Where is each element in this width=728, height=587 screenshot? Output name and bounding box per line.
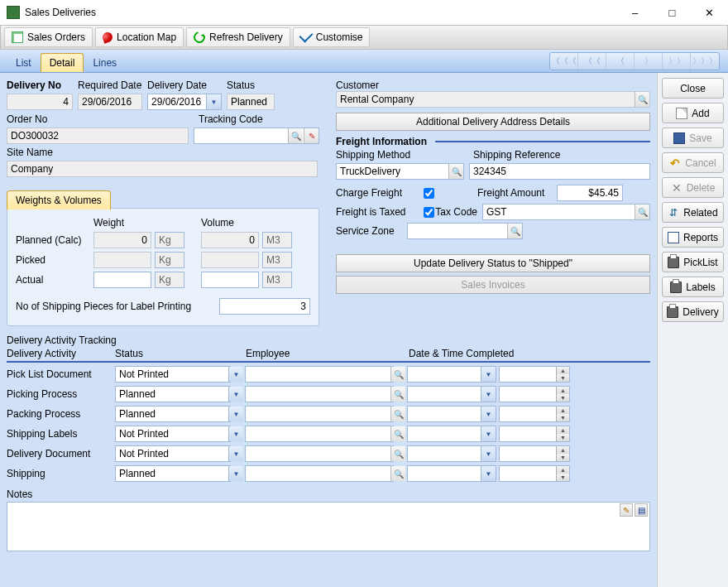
dat-time-spinner[interactable]: ▲▼ [499, 406, 570, 422]
close-button[interactable]: Close [662, 78, 724, 99]
dat-time-spinner[interactable]: ▲▼ [499, 386, 570, 402]
search-icon[interactable]: 🔍 [390, 426, 405, 441]
dat-employee-lookup[interactable]: 🔍 [245, 445, 406, 462]
delivery-button[interactable]: Delivery [662, 301, 724, 322]
dat-status-field[interactable] [115, 386, 231, 402]
spin-down-icon[interactable]: ▼ [556, 394, 569, 402]
customise-button[interactable]: Customise [293, 27, 371, 47]
tab-lines[interactable]: Lines [84, 53, 126, 72]
search-icon[interactable]: 🔍 [390, 466, 405, 481]
weights-volumes-tab[interactable]: Weights & Volumes [7, 190, 111, 210]
dat-employee-field[interactable] [245, 426, 394, 442]
dat-time-spinner[interactable]: ▲▼ [499, 366, 570, 383]
actual-volume-field[interactable] [201, 272, 259, 288]
dat-employee-field[interactable] [245, 366, 394, 383]
dropdown-icon[interactable]: ▼ [228, 407, 243, 421]
dropdown-icon[interactable]: ▼ [228, 446, 243, 461]
dat-date-combo[interactable]: ▼ [407, 406, 496, 422]
search-icon[interactable]: 🔍 [390, 387, 405, 402]
spin-down-icon[interactable]: ▼ [556, 374, 569, 382]
dat-status-combo[interactable]: ▼ [115, 366, 244, 383]
dropdown-icon[interactable]: ▼ [228, 387, 243, 402]
spin-down-icon[interactable]: ▼ [556, 474, 569, 481]
dropdown-icon[interactable]: ▼ [206, 94, 221, 109]
dat-status-field[interactable] [115, 366, 231, 383]
dat-status-field[interactable] [115, 465, 231, 482]
spin-up-icon[interactable]: ▲ [556, 446, 569, 454]
tracking-code-lookup[interactable]: 🔍 ✎ [194, 128, 319, 144]
dropdown-icon[interactable]: ▼ [481, 426, 496, 441]
dropdown-icon[interactable]: ▼ [481, 387, 496, 402]
tax-code-lookup[interactable]: 🔍 [482, 204, 650, 220]
actual-weight-field[interactable] [93, 272, 151, 288]
dropdown-icon[interactable]: ▼ [481, 367, 496, 382]
dat-status-combo[interactable]: ▼ [115, 426, 244, 442]
nav-prev-page[interactable]: 〈〈 [578, 53, 606, 70]
dat-status-combo[interactable]: ▼ [115, 445, 244, 462]
spin-up-icon[interactable]: ▲ [556, 466, 569, 474]
shipping-method-lookup[interactable]: 🔍 [336, 163, 464, 180]
update-status-shipped-button[interactable]: Update Delivery Status to "Shipped" [336, 254, 650, 272]
minimize-button[interactable]: – [616, 0, 654, 25]
dat-date-combo[interactable]: ▼ [407, 465, 496, 482]
search-icon[interactable]: 🔍 [635, 92, 649, 107]
customer-lookup[interactable]: 🔍 [336, 91, 650, 108]
dropdown-icon[interactable]: ▼ [228, 426, 243, 441]
dat-employee-lookup[interactable]: 🔍 [245, 366, 406, 383]
dropdown-icon[interactable]: ▼ [228, 367, 243, 382]
dat-status-combo[interactable]: ▼ [115, 406, 244, 422]
nav-next-page[interactable]: 〉〉 [663, 53, 691, 70]
dat-date-combo[interactable]: ▼ [407, 445, 496, 462]
dat-time-spinner[interactable]: ▲▼ [499, 465, 570, 482]
dat-employee-lookup[interactable]: 🔍 [245, 465, 406, 482]
reports-button[interactable]: Reports [662, 227, 724, 248]
dropdown-icon[interactable]: ▼ [228, 466, 243, 481]
shipping-pieces-field[interactable] [219, 298, 310, 315]
dat-employee-field[interactable] [245, 445, 394, 462]
maximize-button[interactable]: □ [654, 0, 691, 25]
search-icon[interactable]: 🔍 [390, 446, 405, 461]
delivery-date-combo[interactable]: ▼ [147, 94, 222, 110]
refresh-delivery-button[interactable]: Refresh Delivery [186, 27, 290, 47]
spin-down-icon[interactable]: ▼ [556, 434, 569, 441]
picklist-button[interactable]: PickList [662, 252, 724, 272]
freight-amount-field[interactable] [557, 185, 623, 201]
dat-date-combo[interactable]: ▼ [407, 386, 496, 402]
dat-employee-field[interactable] [245, 386, 394, 402]
close-window-button[interactable]: ✕ [691, 0, 728, 25]
document-icon[interactable]: ▤ [635, 503, 648, 517]
spin-down-icon[interactable]: ▼ [556, 454, 569, 461]
dat-employee-lookup[interactable]: 🔍 [245, 426, 406, 442]
spin-down-icon[interactable]: ▼ [556, 414, 569, 421]
dat-employee-lookup[interactable]: 🔍 [245, 406, 406, 422]
dat-date-combo[interactable]: ▼ [407, 426, 496, 442]
dropdown-icon[interactable]: ▼ [481, 446, 496, 461]
dat-status-combo[interactable]: ▼ [115, 386, 244, 402]
search-icon[interactable]: 🔍 [507, 224, 522, 238]
dat-time-spinner[interactable]: ▲▼ [499, 426, 570, 442]
shipping-method-field[interactable] [336, 163, 464, 180]
additional-address-button[interactable]: Additional Delivery Address Details [336, 113, 650, 131]
dat-status-field[interactable] [115, 406, 231, 422]
dat-employee-field[interactable] [245, 406, 394, 422]
dat-employee-lookup[interactable]: 🔍 [245, 386, 406, 402]
related-button[interactable]: ⇵Related [662, 202, 724, 223]
edit-icon[interactable]: ✎ [620, 503, 633, 517]
dat-status-field[interactable] [115, 445, 231, 462]
tax-code-field[interactable] [482, 204, 650, 220]
nav-last[interactable]: 〉〉〉 [691, 53, 719, 70]
sales-orders-button[interactable]: Sales Orders [4, 27, 93, 47]
spin-up-icon[interactable]: ▲ [556, 367, 569, 374]
spin-up-icon[interactable]: ▲ [556, 407, 569, 414]
dat-time-spinner[interactable]: ▲▼ [499, 445, 570, 462]
shipping-reference-field[interactable] [469, 163, 650, 180]
dropdown-icon[interactable]: ▼ [481, 407, 496, 421]
spin-up-icon[interactable]: ▲ [556, 387, 569, 394]
tab-list[interactable]: List [7, 53, 41, 72]
nav-first[interactable]: 〈〈〈 [550, 53, 578, 70]
search-icon[interactable]: 🔍 [390, 407, 405, 421]
spin-up-icon[interactable]: ▲ [556, 426, 569, 434]
search-icon[interactable]: 🔍 [448, 164, 463, 179]
search-icon[interactable]: 🔍 [635, 204, 649, 219]
add-button[interactable]: Add [662, 103, 724, 123]
